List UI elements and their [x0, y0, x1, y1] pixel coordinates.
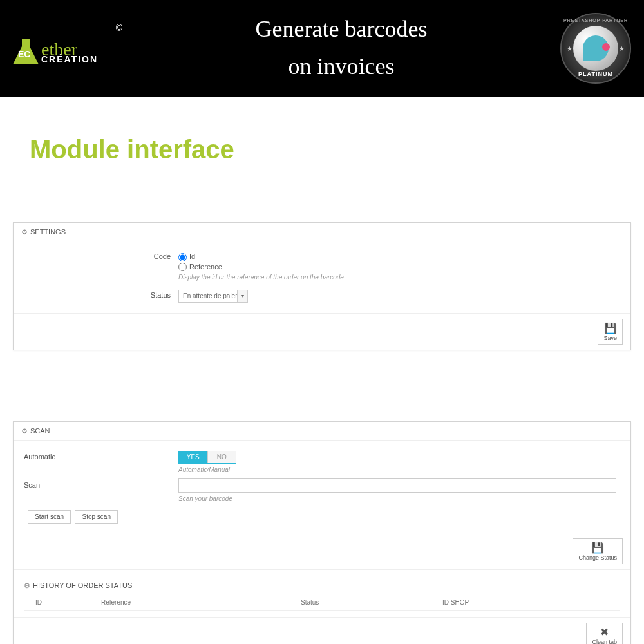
logo-ether-creation: EC ether CRÉATION ©: [13, 16, 122, 80]
radio-reference[interactable]: [178, 263, 187, 271]
scan-help-text: Scan your barcode: [178, 495, 620, 502]
star-icon: ★: [567, 45, 573, 52]
col-reference: Reference: [101, 599, 301, 606]
settings-heading: ⚙SETTINGS: [14, 223, 630, 242]
save-icon: 💾: [603, 322, 617, 334]
scan-input[interactable]: [178, 478, 616, 493]
clean-tab-button[interactable]: ✖ Clean tab: [586, 623, 623, 644]
code-help-text: Display the id or the reference of the o…: [178, 274, 620, 281]
automatic-label: Automatic: [24, 450, 178, 460]
prestashop-bird-icon: [583, 35, 609, 61]
section-title: Module interface: [30, 135, 644, 164]
code-radio-id[interactable]: Id: [178, 252, 620, 261]
code-radio-reference[interactable]: Reference: [178, 263, 620, 272]
col-id-shop: ID SHOP: [442, 599, 620, 606]
gears-icon: ⚙: [21, 427, 28, 435]
star-icon: ★: [619, 45, 625, 52]
close-icon: ✖: [592, 626, 617, 638]
prestashop-partner-badge: PRESTASHOP PARTNER ★ ★ PLATINUM: [560, 13, 631, 84]
scan-heading: ⚙SCAN: [14, 422, 630, 441]
start-scan-button[interactable]: Start scan: [28, 510, 71, 524]
code-label: Code: [24, 251, 178, 260]
flask-icon: EC: [13, 32, 39, 64]
stop-scan-button[interactable]: Stop scan: [75, 510, 117, 524]
header-title-line1: Generate barcodes: [256, 11, 428, 48]
status-select[interactable]: En attente de paiement par c▾: [178, 290, 248, 303]
save-button[interactable]: 💾 Save: [598, 319, 623, 345]
history-table-header: ID Reference Status ID SHOP: [24, 595, 620, 611]
gears-icon: ⚙: [24, 582, 30, 589]
badge-top-text: PRESTASHOP PARTNER: [564, 18, 628, 23]
badge-bottom-text: PLATINUM: [578, 71, 613, 77]
change-status-button[interactable]: 💾 Change Status: [573, 538, 623, 564]
chevron-down-icon: ▾: [237, 290, 247, 302]
header-title-line2: on invoices: [256, 48, 428, 86]
header-title: Generate barcodes on invoices: [256, 11, 428, 85]
toggle-no[interactable]: NO: [207, 451, 236, 463]
history-heading: ⚙HISTORY OF ORDER STATUS: [24, 576, 620, 595]
automatic-toggle[interactable]: YES NO: [178, 451, 236, 464]
scan-panel: ⚙SCAN Automatic YES NO Automatic/Manual …: [13, 421, 631, 644]
toggle-yes[interactable]: YES: [179, 451, 207, 463]
gears-icon: ⚙: [21, 228, 28, 236]
col-id: ID: [24, 599, 101, 606]
copyright-mark: ©: [116, 23, 122, 33]
save-icon: 💾: [578, 542, 617, 554]
settings-panel: ⚙SETTINGS Code Id Reference Display the …: [13, 222, 631, 350]
col-status: Status: [301, 599, 442, 606]
status-label: Status: [24, 290, 178, 299]
automatic-help-text: Automatic/Manual: [178, 466, 620, 473]
radio-id[interactable]: [178, 253, 187, 261]
scan-field-label: Scan: [24, 478, 178, 489]
page-header: EC ether CRÉATION © Generate barcodes on…: [0, 0, 644, 97]
logo-brand-bottom: CRÉATION: [41, 54, 98, 64]
